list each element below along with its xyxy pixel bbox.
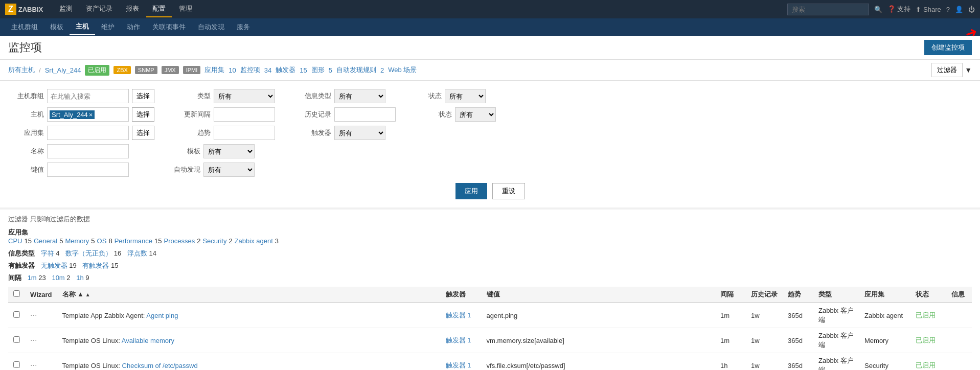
- row3-trigger-link[interactable]: 触发器 1: [446, 361, 471, 369]
- search-icon[interactable]: 🔍: [874, 6, 882, 13]
- breadcrumb-appset[interactable]: 应用集: [204, 65, 224, 75]
- breadcrumb-all-hosts[interactable]: 所有主机: [8, 65, 35, 75]
- user-icon[interactable]: 👤: [955, 6, 963, 13]
- col-key[interactable]: 键值: [482, 287, 715, 303]
- history-input[interactable]: [334, 107, 396, 122]
- col-trigger[interactable]: 触发器: [441, 287, 482, 303]
- apply-filter-button[interactable]: 应用: [455, 183, 487, 199]
- infotype-char[interactable]: 字符: [41, 249, 54, 257]
- appset-tag-general[interactable]: General: [34, 237, 57, 245]
- breadcrumb-host[interactable]: Srt_Aly_244: [45, 66, 81, 74]
- appset-tag-memory[interactable]: Memory: [65, 237, 89, 245]
- power-icon[interactable]: ⏻: [968, 6, 975, 13]
- hostgroup-input[interactable]: [47, 89, 129, 103]
- col-info[interactable]: 信息: [946, 287, 972, 303]
- badge-snmp[interactable]: SNMP: [135, 66, 157, 74]
- col-type[interactable]: 类型: [813, 287, 859, 303]
- row3-dots-icon[interactable]: ···: [30, 361, 37, 369]
- support-link[interactable]: ❓ 支持: [887, 5, 911, 14]
- select-all-checkbox[interactable]: [13, 290, 20, 297]
- badge-ipmi[interactable]: IPMI: [183, 66, 201, 74]
- nav-config[interactable]: 配置: [146, 1, 172, 17]
- row3-checkbox[interactable]: [13, 361, 20, 368]
- appset-tag-os[interactable]: OS: [97, 237, 107, 245]
- appset-input[interactable]: [47, 126, 129, 140]
- hostgroup-select-button[interactable]: 选择: [132, 89, 154, 103]
- host-select-button[interactable]: 选择: [132, 107, 154, 122]
- col-name[interactable]: 名称 ▲: [57, 287, 441, 303]
- global-search-input[interactable]: [787, 4, 869, 15]
- col-wizard[interactable]: Wizard: [25, 287, 57, 303]
- row1-dots-icon[interactable]: ···: [30, 311, 37, 319]
- filter-toggle-button[interactable]: 过滤器: [931, 63, 963, 77]
- appset-select-button[interactable]: 选择: [132, 126, 154, 140]
- subnav-maintenance[interactable]: 维护: [95, 19, 121, 35]
- breadcrumb-discovery[interactable]: 自动发现规则: [336, 65, 376, 75]
- nav-monitor[interactable]: 监测: [53, 1, 79, 17]
- template-select[interactable]: 所有: [203, 144, 255, 158]
- badge-jmx[interactable]: JMX: [162, 66, 179, 74]
- subnav-discovery[interactable]: 自动发现: [192, 19, 231, 35]
- col-status[interactable]: 状态: [910, 287, 946, 303]
- row3-name-link[interactable]: Checksum of /etc/passwd: [122, 362, 198, 369]
- infotype-num[interactable]: 数字（无正负）: [65, 249, 112, 257]
- trend-input[interactable]: [214, 126, 275, 140]
- reset-filter-button[interactable]: 重设: [492, 183, 525, 199]
- status2-select[interactable]: 所有: [455, 107, 496, 122]
- status1-select[interactable]: 所有: [445, 89, 486, 103]
- interval-10m[interactable]: 10m: [52, 274, 64, 282]
- col-interval[interactable]: 间隔: [715, 287, 746, 303]
- row1-trigger-link[interactable]: 触发器 1: [446, 311, 471, 319]
- appset-tag-perf[interactable]: Performance: [115, 237, 152, 245]
- host-tag-remove[interactable]: ×: [89, 111, 93, 119]
- row3-status-link[interactable]: 已启用: [916, 361, 936, 369]
- type-select[interactable]: 所有: [214, 89, 275, 103]
- appset-tag-proc[interactable]: Processes: [164, 237, 195, 245]
- has-trigger-tag[interactable]: 有触发器: [82, 262, 109, 269]
- row2-status[interactable]: 已启用: [910, 328, 946, 353]
- host-tag-input[interactable]: Srt_Aly_244 ×: [47, 107, 129, 122]
- name-input[interactable]: [47, 144, 129, 158]
- row2-wizard[interactable]: ···: [25, 328, 57, 353]
- col-trend[interactable]: 趋势: [783, 287, 813, 303]
- breadcrumb-web[interactable]: Web 场景: [388, 65, 417, 75]
- breadcrumb-trigger[interactable]: 触发器: [276, 65, 295, 75]
- subnav-template[interactable]: 模板: [44, 19, 70, 35]
- interval-1m[interactable]: 1m: [28, 274, 37, 282]
- appset-tag-sec[interactable]: Security: [202, 237, 226, 245]
- row3-status[interactable]: 已启用: [910, 353, 946, 371]
- row2-status-link[interactable]: 已启用: [916, 336, 936, 344]
- nav-admin[interactable]: 管理: [173, 1, 198, 17]
- infotype-float[interactable]: 浮点数: [127, 249, 147, 257]
- badge-zbx[interactable]: ZBX: [113, 66, 130, 74]
- row1-status-link[interactable]: 已启用: [916, 311, 936, 319]
- col-appset[interactable]: 应用集: [859, 287, 910, 303]
- help-icon[interactable]: ?: [946, 6, 950, 13]
- col-history[interactable]: 历史记录: [746, 287, 783, 303]
- subnav-action[interactable]: 动作: [121, 19, 146, 35]
- row2-trigger-link[interactable]: 触发器 1: [446, 336, 471, 344]
- trigger-select[interactable]: 所有: [334, 126, 385, 140]
- row2-dots-icon[interactable]: ···: [30, 336, 37, 344]
- row2-name-link[interactable]: Available memory: [122, 337, 174, 344]
- subnav-service[interactable]: 服务: [231, 19, 256, 35]
- discovery-select[interactable]: 所有: [203, 163, 255, 177]
- nav-assets[interactable]: 资产记录: [80, 1, 119, 17]
- row2-checkbox[interactable]: [13, 336, 20, 343]
- appset-tag-zabbix[interactable]: Zabbix agent: [235, 237, 273, 245]
- row1-wizard[interactable]: ···: [25, 303, 57, 328]
- breadcrumb-graph[interactable]: 图形: [311, 65, 325, 75]
- share-link[interactable]: ⬆ Share: [916, 6, 941, 13]
- subnav-corr[interactable]: 关联项事件: [146, 19, 192, 35]
- subnav-hostgroup[interactable]: 主机群组: [5, 19, 44, 35]
- row3-wizard[interactable]: ···: [25, 353, 57, 371]
- subnav-host[interactable]: 主机: [70, 19, 95, 35]
- nav-reports[interactable]: 报表: [120, 1, 145, 17]
- interval-input[interactable]: [214, 107, 275, 122]
- breadcrumb-monitor[interactable]: 监控项: [240, 65, 260, 75]
- create-monitor-button[interactable]: 创建监控项: [924, 40, 972, 55]
- key-input[interactable]: [47, 163, 129, 177]
- no-trigger-tag[interactable]: 无触发器: [41, 262, 67, 269]
- row1-checkbox[interactable]: [13, 311, 20, 318]
- row1-name-link[interactable]: Agent ping: [146, 312, 178, 319]
